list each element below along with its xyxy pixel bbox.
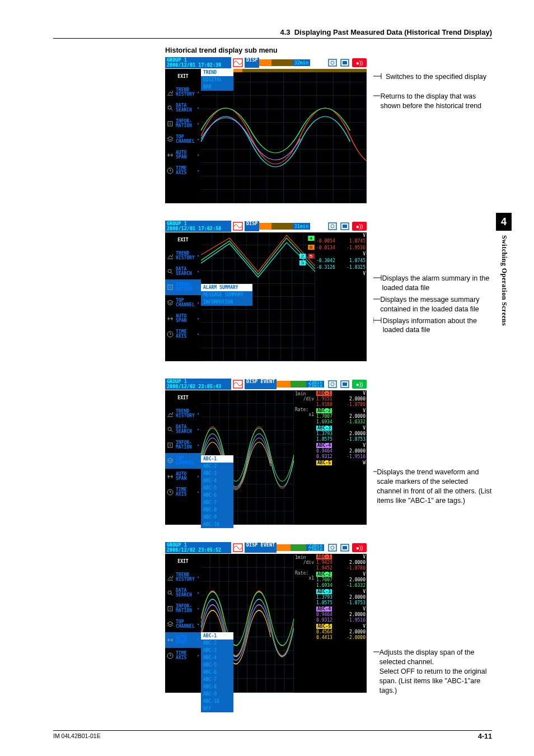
menu-top-channel[interactable]: TOP CHANNEL▸ — [165, 453, 201, 469]
anno-fig3-1: Displays the trend waveform and scale ma… — [377, 468, 492, 506]
menu-exit[interactable]: EXIT — [165, 69, 201, 85]
chevron-right-icon: ▸ — [197, 443, 200, 447]
menu-top-channel[interactable]: TOP CHANNEL▸ — [165, 295, 201, 311]
submenu-item[interactable]: ABC-1 — [201, 632, 233, 640]
submenu-item[interactable]: ABC-5 — [201, 661, 233, 669]
submenu-item[interactable]: INFORMATION — [201, 298, 252, 306]
screenshot-fig2: GROUP 12008/12/01 17:02:58 DISP 31min ●)… — [165, 220, 367, 361]
menu-top-channel[interactable]: TOP CHANNEL▸ — [165, 132, 201, 147]
menu-trend-history[interactable]: TREND HISTORY▸ — [165, 248, 201, 264]
layers-icon — [166, 457, 174, 465]
submenu-item[interactable]: TREND — [201, 69, 233, 76]
svg-rect-15 — [343, 225, 347, 228]
submenu-item[interactable]: ABC-2 — [201, 463, 233, 470]
disp-label: DISP — [245, 221, 259, 231]
submenu-item[interactable]: ABC-5 — [201, 484, 233, 492]
chevron-right-icon: ▸ — [197, 285, 200, 290]
menu-data-search[interactable]: DATA SEARCH▸ — [165, 100, 201, 116]
figure-4: GROUP 12008/12/02 23:05:52 DISP EVENT 23… — [53, 542, 492, 697]
menu-exit[interactable]: EXIT — [165, 232, 201, 248]
menu-time-axis[interactable]: TIME AXIS▸ — [165, 484, 201, 500]
menu-infor-mation[interactable]: INFOR- MATION▸ — [165, 437, 201, 453]
chevron-right-icon: ▸ — [197, 490, 200, 494]
submenu-item[interactable]: ABC-7 — [201, 676, 233, 683]
menu-infor-mation[interactable]: INFOR- MATION▸ — [165, 601, 201, 617]
chevron-right-icon: ▸ — [197, 654, 200, 658]
side-menu: EXITTREND HISTORY▸DATA SEARCH▸INFOR- MAT… — [165, 390, 201, 525]
chart-icon — [166, 410, 174, 418]
connector-icon — [373, 295, 380, 303]
submenu-item[interactable]: ALARM SUMMARY — [201, 284, 252, 291]
menu-data-search[interactable]: DATA SEARCH▸ — [165, 264, 201, 279]
menu-trend-history[interactable]: TREND HISTORY▸ — [165, 406, 201, 422]
usb-icon — [340, 58, 350, 67]
submenu-item[interactable]: MESSAGE SUMMARY — [201, 291, 252, 298]
menu-top-channel[interactable]: TOP CHANNEL▸ — [165, 617, 201, 632]
layers-icon — [166, 299, 174, 307]
svg-rect-40 — [329, 544, 336, 551]
chevron-right-icon: ▸ — [197, 316, 200, 321]
menu-infor-mation[interactable]: INFOR- MATION▸ — [165, 279, 201, 295]
chevron-right-icon: ▸ — [197, 474, 200, 479]
menu-exit[interactable]: EXIT — [165, 390, 201, 406]
submenu-item[interactable]: ABC-8 — [201, 506, 233, 514]
submenu-item[interactable]: BAR — [201, 83, 233, 91]
menu-data-search[interactable]: DATA SEARCH▸ — [165, 585, 201, 601]
anno-fig4-1: Adjusts the display span of the selected… — [380, 648, 492, 667]
record-indicator-icon: ●)) — [352, 58, 367, 67]
menu-trend-history[interactable]: TREND HISTORY▸ — [165, 85, 201, 100]
menu-auto-span[interactable]: AUTO SPAN▸ — [165, 147, 201, 163]
submenu-item[interactable]: DIGITAL — [201, 76, 233, 83]
span-icon — [166, 473, 174, 480]
menu-infor-mation[interactable]: INFOR- MATION▸ — [165, 116, 201, 132]
anno-fig2-3: Displays information about the loaded da… — [383, 316, 492, 335]
submenu-item[interactable]: ABC-4 — [201, 477, 233, 484]
svg-rect-1 — [329, 59, 336, 66]
clock-icon — [166, 330, 174, 338]
anno-fig1-1: Switches to the specified display — [386, 72, 486, 82]
submenu-item[interactable]: ABC-7 — [201, 499, 233, 506]
submenu-item[interactable]: ABC-3 — [201, 470, 233, 477]
submenu-item[interactable]: ABC-6 — [201, 669, 233, 676]
submenu-item[interactable]: ABC-4 — [201, 654, 233, 661]
menu-trend-history[interactable]: TREND HISTORY▸ — [165, 570, 201, 585]
chevron-right-icon: ▸ — [197, 106, 200, 110]
chevron-right-icon: ▸ — [197, 153, 200, 157]
svg-text:4: 4 — [310, 236, 313, 241]
menu-exit[interactable]: EXIT — [165, 554, 201, 570]
clock-sync-icon — [327, 58, 338, 67]
side-tab-label: Switching Operation Screens — [500, 235, 508, 326]
disp-label: DISP — [245, 58, 259, 68]
search-icon — [166, 104, 174, 112]
figure-3: GROUP 12008/12/02 23:05:43 DISP EVENT 23… — [53, 378, 492, 525]
menu-auto-span[interactable]: AUTO SPAN▸ — [165, 311, 201, 326]
submenu-item[interactable]: ABC-10 — [201, 698, 233, 705]
menu-auto-span[interactable]: AUTO SPAN▸ — [165, 632, 201, 648]
svg-point-41 — [331, 546, 334, 549]
chevron-right-icon: ▸ — [197, 254, 200, 258]
connector-icon — [373, 274, 382, 282]
submenu-item[interactable]: ABC-10 — [201, 521, 233, 528]
menu-data-search[interactable]: DATA SEARCH▸ — [165, 422, 201, 437]
submenu-item[interactable]: ABC-1 — [201, 455, 233, 463]
submenu-item[interactable]: ABC-3 — [201, 647, 233, 654]
anno-fig1-2: Returns to the display that was shown be… — [380, 92, 492, 111]
chevron-right-icon: ▸ — [197, 606, 200, 611]
span-icon — [166, 151, 174, 159]
submenu-item[interactable]: OFF — [201, 705, 233, 712]
menu-time-axis[interactable]: TIME AXIS▸ — [165, 326, 201, 342]
submenu-item[interactable]: ABC-9 — [201, 514, 233, 521]
group-timestamp: GROUP 12008/12/01 17:02:58 — [165, 221, 231, 232]
svg-rect-31 — [329, 381, 336, 388]
group-timestamp: GROUP 12008/12/02 23:05:52 — [165, 542, 231, 553]
submenu-item[interactable]: ABC-8 — [201, 683, 233, 690]
disp-label: DISP EVENT — [245, 543, 277, 553]
submenu-item[interactable]: ABC-2 — [201, 640, 233, 647]
search-icon — [166, 589, 174, 597]
menu-time-axis[interactable]: TIME AXIS▸ — [165, 648, 201, 664]
menu-time-axis[interactable]: TIME AXIS▸ — [165, 163, 201, 179]
menu-auto-span[interactable]: AUTO SPAN▸ — [165, 469, 201, 484]
submenu-item[interactable]: ABC-9 — [201, 690, 233, 698]
chevron-right-icon: ▸ — [197, 90, 200, 95]
submenu-item[interactable]: ABC-6 — [201, 492, 233, 499]
